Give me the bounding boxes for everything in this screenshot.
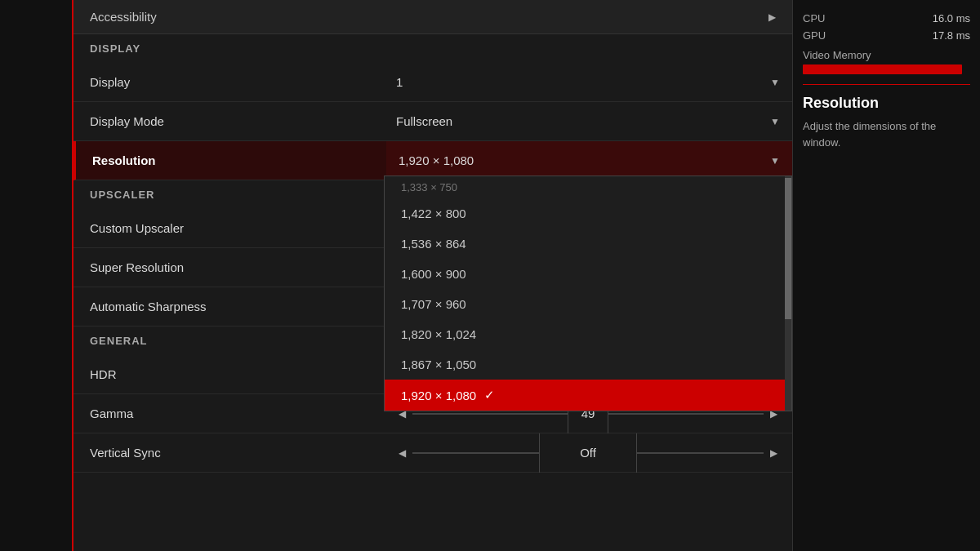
accessibility-chevron: ▶ [768, 11, 776, 23]
gamma-label: Gamma [74, 407, 384, 420]
gamma-track-right[interactable] [608, 413, 764, 415]
display-mode-row[interactable]: Display Mode Fullscreen ▼ [74, 102, 792, 141]
hdr-label: HDR [74, 367, 384, 381]
vertical-sync-left-arrow[interactable]: ◀ [392, 447, 412, 459]
info-panel: CPU 16.0 ms GPU 17.8 ms Video Memory Res… [792, 0, 980, 551]
display-mode-chevron: ▼ [770, 116, 780, 127]
cpu-label: CPU [803, 12, 825, 24]
vertical-sync-value: Off [539, 433, 637, 473]
dropdown-scrollbar-thumb [785, 178, 791, 318]
display-chevron: ▼ [770, 77, 780, 88]
dropdown-item-0[interactable]: 1,333 × 750 [385, 176, 791, 198]
resolution-row[interactable]: Resolution 1,920 × 1,080 ▼ [74, 141, 792, 180]
video-memory-label: Video Memory [803, 49, 970, 61]
accessibility-label: Accessibility [90, 10, 157, 24]
display-mode-value-text: Fullscreen [396, 114, 452, 128]
vertical-sync-track-right[interactable] [637, 452, 764, 454]
selected-checkmark: ✓ [764, 388, 775, 402]
display-section-header: DISPLAY [74, 34, 792, 63]
dropdown-item-5[interactable]: 1,820 × 1,024 [385, 319, 791, 349]
gpu-row: GPU 17.8 ms [803, 27, 970, 44]
automatic-sharpness-label: Automatic Sharpness [74, 300, 384, 313]
accessibility-row[interactable]: Accessibility ▶ [74, 0, 792, 34]
vertical-sync-row[interactable]: Vertical Sync ◀ Off ▶ [74, 433, 792, 473]
vertical-sync-label: Vertical Sync [74, 446, 384, 460]
dropdown-item-2[interactable]: 1,536 × 864 [385, 229, 791, 259]
info-resolution-title: Resolution [803, 95, 970, 112]
display-row[interactable]: Display 1 ▼ [74, 63, 792, 102]
vertical-sync-control: ◀ Off ▶ [384, 433, 792, 473]
video-memory-bar [803, 64, 962, 74]
display-value-text: 1 [396, 75, 403, 89]
gpu-value: 17.8 ms [933, 29, 970, 42]
resolution-dropdown: 1,333 × 750 1,422 × 800 1,536 × 864 1,60… [384, 176, 792, 411]
display-mode-label: Display Mode [74, 114, 384, 128]
resolution-value[interactable]: 1,920 × 1,080 ▼ [386, 141, 792, 180]
vertical-sync-track-left[interactable] [412, 452, 539, 454]
cursor-indicator: ✓ [484, 388, 495, 402]
gamma-track[interactable] [412, 413, 568, 415]
resolution-label: Resolution [76, 153, 386, 167]
settings-panel: Accessibility ▶ DISPLAY Display 1 ▼ Disp… [74, 0, 792, 551]
cpu-value: 16.0 ms [933, 12, 970, 24]
left-sidebar [0, 0, 74, 551]
display-label: Display [74, 75, 384, 89]
custom-upscaler-label: Custom Upscaler [74, 221, 384, 235]
gpu-label: GPU [803, 29, 826, 42]
dropdown-item-1[interactable]: 1,422 × 800 [385, 198, 791, 229]
dropdown-item-7[interactable]: 1,920 × 1,080 ✓ ✓ [385, 380, 791, 411]
dropdown-item-3[interactable]: 1,600 × 900 [385, 259, 791, 289]
display-mode-value[interactable]: Fullscreen ▼ [384, 102, 792, 140]
info-resolution-description: Adjust the dimensions of the window. [803, 118, 970, 150]
info-divider [803, 84, 970, 85]
dropdown-scrollbar[interactable] [785, 176, 791, 411]
cpu-row: CPU 16.0 ms [803, 10, 970, 27]
display-value[interactable]: 1 ▼ [384, 63, 792, 101]
dropdown-item-4[interactable]: 1,707 × 960 [385, 289, 791, 319]
resolution-chevron: ▼ [770, 155, 780, 167]
resolution-value-text: 1,920 × 1,080 [399, 153, 474, 167]
dropdown-item-6[interactable]: 1,867 × 1,050 [385, 349, 791, 380]
super-resolution-label: Super Resolution [74, 260, 384, 274]
vertical-sync-right-arrow[interactable]: ▶ [764, 447, 784, 459]
